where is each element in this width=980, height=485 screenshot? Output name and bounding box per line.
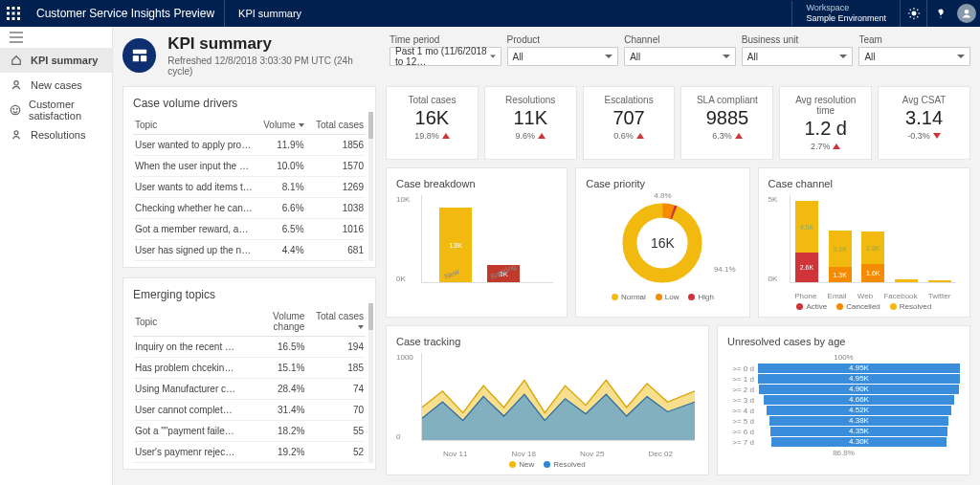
sidebar: KPI summary New cases Customer satisfact…: [0, 27, 113, 485]
case-tracking-panel: Case tracking 10000: [386, 325, 709, 475]
workspace-selector[interactable]: Workspace Sample Environment: [791, 1, 900, 26]
user-icon: [10, 79, 23, 91]
smile-icon: [10, 104, 21, 116]
filter-select[interactable]: All: [624, 47, 736, 66]
scrollbar[interactable]: [368, 112, 373, 261]
trend-up-icon: [636, 133, 644, 139]
filter-label: Product: [507, 34, 619, 45]
kpi-card: Total cases16K19.8%: [386, 86, 479, 160]
col-total[interactable]: Total cases: [316, 311, 364, 321]
trend-up-icon: [442, 133, 450, 139]
case-priority-chart: 4.8% 16K 94.1%: [586, 195, 739, 291]
table-row[interactable]: Using Manufacturer coup…28.4%74: [133, 379, 366, 400]
funnel-row: >= 2 d4.90K: [727, 385, 960, 394]
page-title: KPI summary: [167, 34, 376, 54]
table-row[interactable]: Got a member reward, and…6.5%1016: [133, 219, 366, 240]
app-launcher-icon[interactable]: [0, 0, 27, 27]
svg-point-15: [14, 81, 18, 85]
table-row[interactable]: Inquiry on the recent deals…16.5%194: [133, 337, 366, 358]
funnel-row: >= 5 d4.38K: [727, 416, 960, 426]
table-row[interactable]: Has problem chceking exp…15.1%185: [133, 358, 366, 379]
funnel-row: >= 6 d4.35K: [727, 427, 960, 436]
sidebar-item-resolutions[interactable]: Resolutions: [0, 122, 112, 147]
page-icon: [122, 38, 156, 73]
filter-select[interactable]: All: [742, 47, 854, 66]
svg-rect-8: [17, 17, 20, 20]
emerging-topics-card: Emerging topics Topic Volume change Tota…: [122, 277, 376, 470]
topbar: Customer Service Insights Preview KPI su…: [0, 0, 980, 27]
table-row[interactable]: User cannot complete a pa…31.4%70: [133, 400, 366, 421]
trend-up-icon: [538, 133, 546, 139]
kpi-card: Resolutions11K9.6%: [484, 86, 577, 160]
filter-label: Business unit: [742, 34, 854, 45]
col-topic[interactable]: Topic: [133, 307, 238, 337]
filter-label: Team: [858, 34, 970, 45]
breadcrumb[interactable]: KPI summary: [224, 0, 315, 27]
svg-rect-7: [12, 17, 15, 20]
svg-point-16: [11, 105, 19, 114]
svg-rect-6: [7, 17, 10, 20]
brand-title: Customer Service Insights Preview: [27, 7, 224, 20]
kpi-card: Avg CSAT3.14-0.3%: [878, 86, 970, 160]
filter-select[interactable]: All: [507, 47, 619, 66]
table-row[interactable]: User wants to add items to…8.1%1269: [133, 177, 366, 198]
page-subtitle: Refreshed 12/8/2018 3:03:30 PM UTC (24h …: [167, 55, 376, 77]
trend-up-icon: [833, 143, 840, 149]
case-breakdown-panel: Case breakdown 10K0K 13K 3K New: [386, 167, 568, 318]
table-row[interactable]: User wanted to apply pro…11.9%1856: [133, 135, 366, 156]
case-channel-chart: 5K0K 2.6K4.5K 1.3K3.2K 1.6K2.8K PhoneEma…: [768, 195, 960, 300]
table-row[interactable]: Got a ""payment failed"" …18.2%55: [133, 421, 366, 442]
person-icon: [10, 129, 23, 141]
filter-label: Channel: [624, 34, 736, 45]
funnel-row: >= 0 d4.95K: [727, 364, 960, 373]
filter-label: Time period: [390, 34, 501, 45]
case-channel-panel: Case channel 5K0K 2.6K4.5K 1.3K3.2K 1.6K…: [758, 167, 970, 318]
sidebar-item-kpi-summary[interactable]: KPI summary: [0, 48, 112, 73]
case-tracking-chart: 10000 Nov 11Nov 18Nov 25Dec 02: [396, 353, 699, 458]
table-row[interactable]: Checking whether he can r…6.6%1038: [133, 198, 366, 219]
hamburger-icon[interactable]: [0, 27, 112, 48]
svg-point-17: [13, 108, 14, 109]
drivers-table: Topic Volume Total cases User wanted to …: [133, 116, 366, 261]
scrollbar[interactable]: [368, 303, 373, 463]
sidebar-item-new-cases[interactable]: New cases: [0, 73, 112, 98]
settings-icon[interactable]: [900, 0, 926, 27]
col-volume-change[interactable]: Volume change: [238, 307, 306, 337]
help-icon[interactable]: [926, 0, 953, 27]
kpi-row: Total cases16K19.8% Resolutions11K9.6% E…: [386, 86, 970, 160]
svg-rect-0: [7, 7, 10, 10]
svg-point-9: [912, 11, 916, 15]
funnel-row: >= 4 d4.52K: [727, 406, 960, 415]
trend-up-icon: [735, 133, 743, 139]
filter-select[interactable]: Past 1 mo (11/6/2018 to 12…: [390, 47, 501, 66]
case-breakdown-chart: 10K0K 13K 3K New Backlog: [396, 195, 557, 300]
svg-point-18: [16, 108, 17, 109]
table-row[interactable]: When the user input the c…10.0%1570: [133, 156, 366, 177]
case-priority-panel: Case priority 4.8% 16K 94.1%: [575, 167, 749, 318]
svg-rect-21: [132, 55, 138, 61]
sidebar-item-customer-satisfaction[interactable]: Customer satisfaction: [0, 98, 112, 122]
user-avatar[interactable]: [953, 0, 980, 27]
filter-select[interactable]: All: [858, 47, 970, 66]
priority-legend: Normal Low High: [586, 293, 739, 301]
tracking-legend: New Resolved: [396, 460, 699, 469]
col-total[interactable]: Total cases: [306, 116, 366, 135]
funnel-row: >= 3 d4.66K: [727, 395, 960, 405]
col-topic[interactable]: Topic: [133, 116, 255, 135]
funnel-row: >= 1 d4.95K: [727, 374, 960, 384]
table-row[interactable]: User has signed up the ne…4.4%681: [133, 240, 366, 261]
kpi-card: SLA compliant98856.3%: [680, 86, 773, 160]
col-volume[interactable]: Volume: [263, 120, 295, 130]
svg-rect-5: [17, 12, 20, 15]
table-row[interactable]: User's paymenr rejected d…19.2%52: [133, 442, 366, 463]
kpi-card: Escalations7070.6%: [583, 86, 676, 160]
svg-point-10: [940, 16, 941, 17]
svg-rect-22: [141, 55, 146, 61]
svg-point-11: [965, 10, 969, 14]
kpi-card: Avg resolution time1.2 d2.7%: [779, 86, 872, 160]
unresolved-chart: 100% >= 0 d4.95K>= 1 d4.95K>= 2 d4.90K>=…: [727, 353, 960, 458]
svg-rect-4: [12, 12, 15, 15]
svg-rect-2: [17, 7, 20, 10]
unresolved-panel: Unresolved cases by age 100% >= 0 d4.95K…: [717, 325, 970, 475]
trend-down-icon: [933, 133, 941, 139]
